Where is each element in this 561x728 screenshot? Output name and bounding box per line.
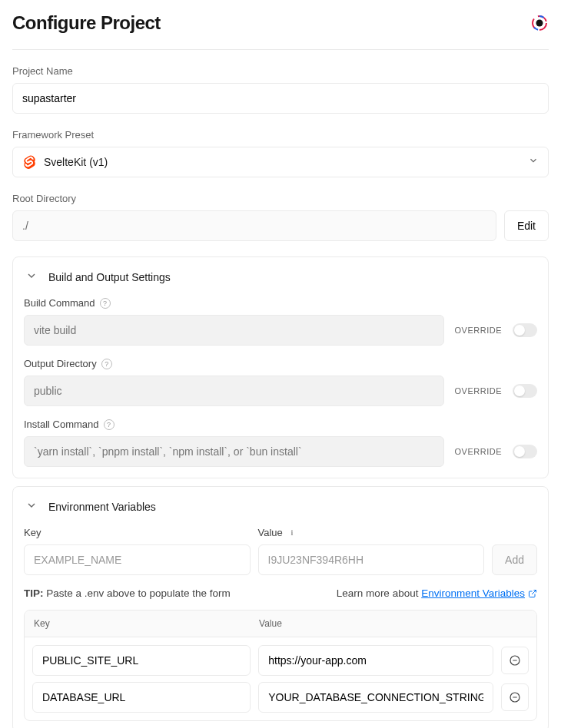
install-command-label: Install Command <box>24 419 99 430</box>
env-tip-text: TIP: Paste a .env above to populate the … <box>24 587 231 599</box>
env-key-input[interactable] <box>24 544 251 575</box>
info-icon[interactable]: i <box>287 528 297 538</box>
env-docs-link[interactable]: Environment Variables <box>421 587 537 599</box>
env-table-head-key: Key <box>25 611 250 637</box>
chevron-down-icon <box>25 270 38 285</box>
help-icon[interactable]: ? <box>101 359 112 369</box>
add-env-button[interactable]: Add <box>492 544 537 575</box>
svg-line-3 <box>532 590 536 594</box>
output-directory-override-toggle[interactable] <box>513 384 537 398</box>
override-label: OVERRIDE <box>455 326 502 335</box>
remove-env-button[interactable] <box>501 647 529 674</box>
install-command-override-toggle[interactable] <box>513 445 537 458</box>
app-logo-icon <box>530 14 549 32</box>
page-title: Configure Project <box>12 12 161 34</box>
env-key-label: Key <box>24 527 41 538</box>
learn-more-text: Learn more about Environment Variables <box>337 587 537 599</box>
env-value-input[interactable] <box>258 544 485 575</box>
build-settings-title: Build and Output Settings <box>48 271 171 283</box>
chevron-down-icon <box>528 155 539 169</box>
output-directory-input <box>24 376 444 406</box>
project-name-label: Project Name <box>12 65 549 77</box>
framework-preset-select[interactable]: SvelteKit (v1) <box>12 147 549 177</box>
root-directory-input <box>12 210 496 241</box>
edit-root-directory-button[interactable]: Edit <box>504 210 549 241</box>
build-command-input <box>24 315 444 346</box>
build-command-label: Build Command <box>24 297 95 309</box>
env-table-head-value: Value <box>250 611 536 637</box>
sveltekit-icon <box>22 155 36 169</box>
env-row-value-input[interactable] <box>258 682 493 713</box>
external-link-icon <box>528 589 537 598</box>
env-variables-title: Environment Variables <box>48 501 156 513</box>
help-icon[interactable]: ? <box>104 419 115 430</box>
env-row-key-input[interactable] <box>32 645 251 676</box>
override-label: OVERRIDE <box>455 447 502 456</box>
build-command-override-toggle[interactable] <box>513 323 537 337</box>
framework-preset-label: Framework Preset <box>12 129 549 141</box>
env-row-value-input[interactable] <box>258 645 493 676</box>
build-settings-toggle[interactable]: Build and Output Settings <box>13 257 548 297</box>
remove-icon <box>509 691 521 703</box>
env-row-key-input[interactable] <box>32 682 251 713</box>
project-name-input[interactable] <box>12 83 549 114</box>
env-table-row <box>32 682 529 713</box>
remove-env-button[interactable] <box>501 683 529 711</box>
output-directory-label: Output Directory <box>24 358 97 369</box>
remove-icon <box>509 654 521 667</box>
env-value-label: Value <box>258 527 283 538</box>
help-icon[interactable]: ? <box>100 298 111 309</box>
env-table-row <box>32 645 529 676</box>
env-variables-toggle[interactable]: Environment Variables <box>13 487 548 527</box>
svg-point-2 <box>536 20 543 27</box>
override-label: OVERRIDE <box>455 386 502 395</box>
root-directory-label: Root Directory <box>12 193 549 204</box>
install-command-input <box>24 436 444 467</box>
framework-preset-value: SvelteKit (v1) <box>44 156 520 168</box>
chevron-down-icon <box>25 499 38 515</box>
